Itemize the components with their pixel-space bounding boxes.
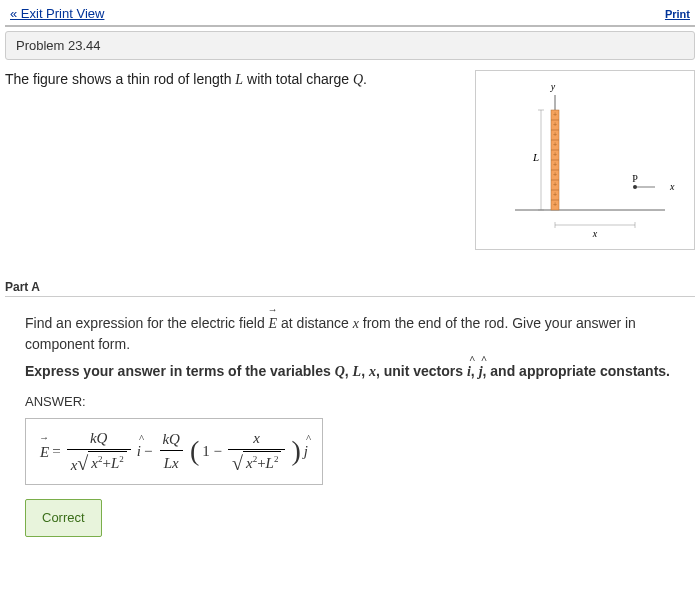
figure: y x +++ +++ +++ + bbox=[475, 70, 695, 250]
exit-print-view-link[interactable]: « Exit Print View bbox=[10, 6, 104, 21]
L-label: L bbox=[532, 151, 539, 163]
svg-text:+: + bbox=[553, 201, 557, 208]
P-label: P bbox=[632, 173, 638, 184]
print-link[interactable]: Print bbox=[665, 8, 690, 20]
svg-text:+: + bbox=[553, 191, 557, 198]
x-axis-label: x bbox=[669, 181, 675, 192]
svg-text:+: + bbox=[553, 111, 557, 118]
svg-text:+: + bbox=[553, 141, 557, 148]
part-a-instruction: Express your answer in terms of the vari… bbox=[25, 361, 695, 382]
svg-text:+: + bbox=[553, 171, 557, 178]
part-a-body: Find an expression for the electric fiel… bbox=[0, 301, 700, 547]
top-bar: « Exit Print View Print bbox=[0, 0, 700, 25]
part-a-prompt: Find an expression for the electric fiel… bbox=[25, 311, 695, 355]
problem-title: Problem 23.44 bbox=[5, 31, 695, 60]
x-dist-label: x bbox=[592, 228, 598, 239]
answer-formula-box: E = kQ x√x2+L2 i − kQ Lx ( 1 − x √x2+L2 bbox=[25, 418, 323, 486]
answer-formula: E = kQ x√x2+L2 i − kQ Lx ( 1 − x √x2+L2 bbox=[40, 427, 308, 477]
svg-text:+: + bbox=[553, 131, 557, 138]
divider bbox=[5, 25, 695, 27]
svg-text:+: + bbox=[553, 121, 557, 128]
correct-badge: Correct bbox=[25, 499, 102, 537]
y-axis-label: y bbox=[550, 81, 556, 92]
svg-text:+: + bbox=[553, 151, 557, 158]
svg-text:+: + bbox=[553, 161, 557, 168]
problem-description: The figure shows a thin rod of length L … bbox=[5, 70, 465, 90]
answer-label: ANSWER: bbox=[25, 392, 695, 412]
part-a-heading: Part A bbox=[5, 280, 695, 297]
svg-text:+: + bbox=[553, 181, 557, 188]
problem-body: The figure shows a thin rod of length L … bbox=[0, 60, 700, 250]
